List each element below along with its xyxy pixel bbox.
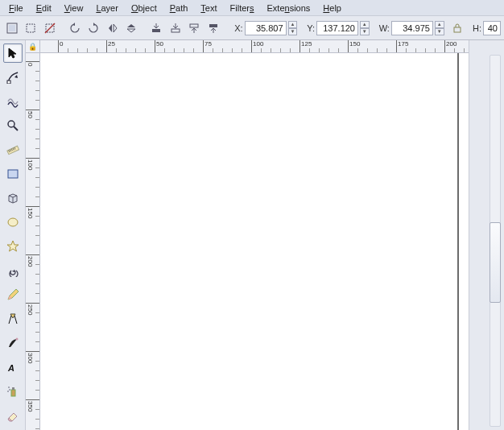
horizontal-ruler[interactable]: 0255075100125150175200 bbox=[40, 40, 469, 53]
w-spinner[interactable]: ▲▼ bbox=[435, 21, 444, 35]
tool-node[interactable] bbox=[3, 68, 23, 87]
tool-calligraphy[interactable] bbox=[3, 333, 23, 353]
tool-zoom[interactable] bbox=[3, 116, 23, 135]
svg-rect-10 bbox=[7, 81, 10, 84]
w-label: W: bbox=[379, 23, 390, 33]
lower-icon[interactable] bbox=[167, 19, 184, 37]
svg-point-20 bbox=[8, 218, 18, 226]
menu-file[interactable]: File bbox=[3, 2, 29, 14]
svg-rect-24 bbox=[12, 387, 14, 390]
rotate-cw-icon[interactable] bbox=[85, 19, 102, 37]
menu-object[interactable]: Object bbox=[126, 2, 163, 14]
svg-point-21 bbox=[15, 338, 18, 341]
menu-extensions[interactable]: Extensions bbox=[262, 2, 316, 14]
tool-selector[interactable] bbox=[3, 43, 23, 63]
y-spinner[interactable]: ▲▼ bbox=[360, 21, 370, 35]
tool-text[interactable]: A bbox=[3, 358, 23, 377]
vertical-scrollbar-thumb[interactable] bbox=[490, 222, 501, 303]
svg-point-11 bbox=[8, 121, 14, 127]
svg-rect-9 bbox=[454, 27, 461, 32]
y-input[interactable] bbox=[316, 21, 358, 35]
y-label: Y: bbox=[307, 23, 315, 33]
menu-layer[interactable]: Layer bbox=[90, 2, 124, 14]
lower-to-bottom-icon[interactable] bbox=[148, 19, 165, 37]
tool-ellipse[interactable] bbox=[3, 213, 23, 232]
canvas-area: 🔒 0255075100125150175200 050100150200250… bbox=[26, 40, 504, 430]
tool-bezier[interactable] bbox=[3, 309, 23, 329]
svg-rect-1 bbox=[9, 25, 15, 31]
svg-point-25 bbox=[8, 387, 10, 388]
svg-rect-7 bbox=[190, 24, 198, 27]
svg-point-27 bbox=[7, 391, 9, 392]
svg-line-12 bbox=[14, 126, 18, 130]
menu-view[interactable]: View bbox=[59, 2, 89, 14]
h-input[interactable] bbox=[483, 21, 501, 35]
svg-rect-8 bbox=[209, 24, 217, 27]
tool-3dbox[interactable] bbox=[3, 188, 23, 208]
tool-spiral[interactable] bbox=[3, 261, 23, 280]
raise-icon[interactable] bbox=[185, 19, 202, 37]
raise-to-top-icon[interactable] bbox=[204, 19, 221, 37]
svg-rect-5 bbox=[152, 29, 160, 32]
svg-point-26 bbox=[9, 389, 10, 391]
tool-star[interactable] bbox=[3, 237, 23, 256]
select-all-layers-icon[interactable] bbox=[3, 19, 20, 37]
menubar: File Edit View Layer Object Path Text Fi… bbox=[0, 0, 504, 16]
vertical-ruler[interactable]: 050100150200250300350 bbox=[26, 53, 40, 430]
svg-rect-2 bbox=[27, 24, 35, 32]
menu-filters[interactable]: Filters bbox=[225, 2, 260, 14]
tool-tweak[interactable] bbox=[3, 92, 23, 111]
select-bbox-icon[interactable] bbox=[22, 19, 39, 37]
svg-rect-6 bbox=[171, 29, 180, 32]
tool-pencil[interactable] bbox=[3, 285, 23, 304]
lock-aspect-icon[interactable] bbox=[449, 19, 466, 37]
w-input[interactable] bbox=[391, 21, 433, 35]
menu-path[interactable]: Path bbox=[164, 2, 194, 14]
svg-rect-23 bbox=[11, 390, 15, 396]
page-edge bbox=[457, 53, 459, 430]
x-label: X: bbox=[234, 23, 242, 33]
tool-spray[interactable] bbox=[3, 382, 23, 401]
x-input[interactable] bbox=[245, 21, 287, 35]
flip-vertical-icon[interactable] bbox=[122, 19, 139, 37]
menu-text[interactable]: Text bbox=[195, 2, 222, 14]
tool-controls-bar: X: ▲▼ Y: ▲▼ W: ▲▼ H: bbox=[0, 16, 504, 40]
svg-rect-19 bbox=[8, 170, 18, 178]
menu-help[interactable]: Help bbox=[317, 2, 347, 14]
tool-rectangle[interactable] bbox=[3, 164, 23, 184]
right-dock bbox=[469, 40, 504, 430]
tool-measure[interactable] bbox=[3, 140, 23, 159]
canvas[interactable] bbox=[40, 53, 469, 430]
menu-edit[interactable]: Edit bbox=[31, 2, 57, 14]
deselect-icon[interactable] bbox=[41, 19, 58, 37]
x-spinner[interactable]: ▲▼ bbox=[288, 21, 298, 35]
ruler-origin[interactable]: 🔒 bbox=[26, 40, 40, 53]
tool-eraser[interactable] bbox=[3, 406, 23, 425]
toolbox: A bbox=[0, 40, 26, 430]
rotate-ccw-icon[interactable] bbox=[66, 19, 83, 37]
h-label: H: bbox=[473, 23, 481, 33]
svg-line-4 bbox=[45, 23, 55, 33]
workarea: A 🔒 0255075100125150175200 0501001502002… bbox=[0, 40, 504, 430]
svg-text:A: A bbox=[7, 363, 14, 373]
flip-horizontal-icon[interactable] bbox=[104, 19, 121, 37]
